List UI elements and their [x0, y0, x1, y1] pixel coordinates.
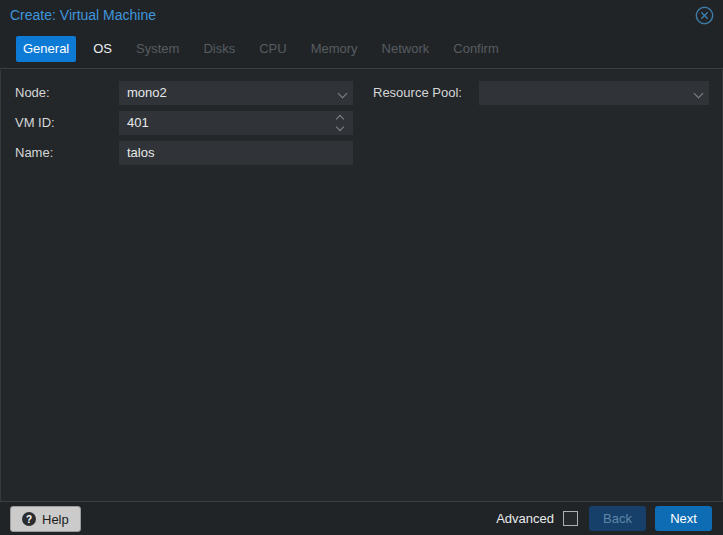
chevron-down-icon[interactable]: [338, 89, 348, 99]
name-value: talos: [127, 145, 154, 160]
help-button[interactable]: ? Help: [10, 506, 81, 532]
back-button[interactable]: Back: [589, 506, 646, 531]
tab-cpu[interactable]: CPU: [252, 36, 293, 62]
dialog-title: Create: Virtual Machine: [10, 0, 156, 30]
node-value: mono2: [127, 85, 167, 100]
advanced-checkbox[interactable]: [563, 511, 578, 526]
node-combobox[interactable]: mono2: [119, 81, 353, 105]
vmid-value: 401: [127, 115, 149, 130]
question-circle-icon: ?: [22, 512, 36, 526]
name-input[interactable]: talos: [119, 141, 353, 165]
resource-pool-label: Resource Pool:: [373, 81, 462, 105]
tab-system[interactable]: System: [129, 36, 186, 62]
spinner-arrows[interactable]: [336, 111, 346, 135]
wizard-tabbar: General OS System Disks CPU Memory Netwo…: [0, 30, 723, 69]
dialog-titlebar: Create: Virtual Machine: [0, 0, 723, 30]
footer-actions: Advanced Back Next: [496, 502, 712, 535]
chevron-down-icon[interactable]: [336, 123, 344, 131]
tab-memory[interactable]: Memory: [304, 36, 365, 62]
name-label: Name:: [15, 141, 53, 165]
tab-confirm[interactable]: Confirm: [446, 36, 506, 62]
general-tab-panel: Node: mono2 Resource Pool: VM ID: 401 Na…: [0, 70, 723, 502]
tab-general[interactable]: General: [16, 36, 76, 62]
close-icon[interactable]: [695, 6, 714, 25]
dialog-footer: ? Help Advanced Back Next: [0, 502, 723, 535]
tab-network[interactable]: Network: [375, 36, 437, 62]
tab-disks[interactable]: Disks: [196, 36, 242, 62]
vmid-label: VM ID:: [15, 111, 55, 135]
tab-os[interactable]: OS: [86, 36, 119, 62]
chevron-down-icon[interactable]: [694, 89, 704, 99]
node-label: Node:: [15, 81, 50, 105]
help-button-label: Help: [42, 512, 69, 527]
resource-pool-combobox[interactable]: [479, 81, 709, 105]
create-vm-dialog: Create: Virtual Machine General OS Syste…: [0, 0, 723, 535]
advanced-label: Advanced: [496, 511, 554, 526]
vmid-spinner-field[interactable]: 401: [119, 111, 353, 135]
next-button[interactable]: Next: [655, 506, 712, 531]
